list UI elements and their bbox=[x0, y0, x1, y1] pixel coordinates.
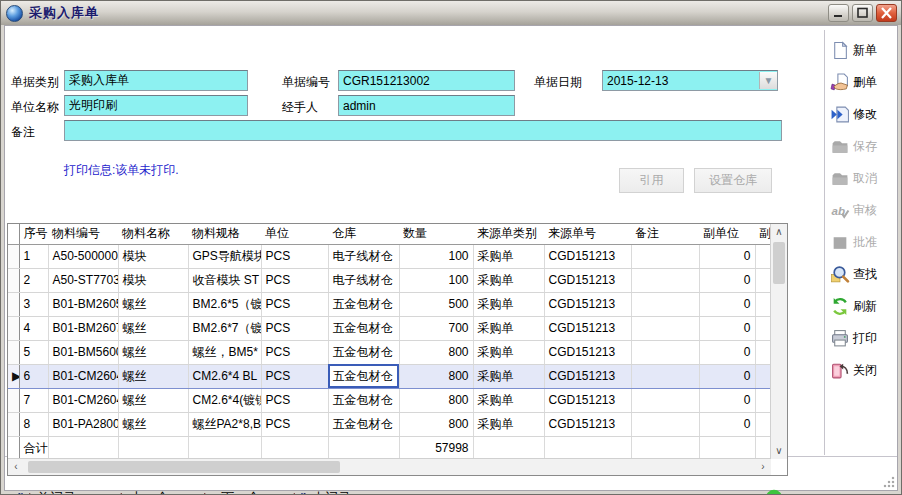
table-cell[interactable]: 螺丝 bbox=[118, 364, 188, 388]
column-header[interactable]: 单位 bbox=[261, 224, 328, 244]
table-cell[interactable]: CM2.6*4(镀镍 bbox=[188, 388, 261, 412]
table-cell[interactable]: 4 bbox=[19, 316, 48, 340]
scroll-down-icon[interactable]: ∨ bbox=[771, 443, 787, 459]
table-cell[interactable]: 螺丝，BM5* bbox=[188, 340, 261, 364]
table-cell[interactable] bbox=[755, 412, 771, 436]
table-cell[interactable]: 800 bbox=[399, 412, 473, 436]
column-header[interactable]: 备注 bbox=[631, 224, 699, 244]
table-cell[interactable]: 500 bbox=[399, 292, 473, 316]
scroll-left-icon[interactable]: ‹ bbox=[8, 459, 24, 475]
table-cell[interactable]: 100 bbox=[399, 268, 473, 292]
column-header[interactable]: 副单位 bbox=[699, 224, 755, 244]
table-row[interactable]: 1A50-500000模块GPS导航模块PCS电子线材仓100采购单CGD151… bbox=[8, 244, 771, 268]
table-cell[interactable]: 采购单 bbox=[473, 316, 544, 340]
toolbar-print-button[interactable]: 打印 bbox=[830, 326, 902, 350]
doc-date-combobox[interactable] bbox=[602, 70, 778, 91]
table-cell[interactable]: B01-CM2604 bbox=[48, 388, 118, 412]
table-cell[interactable] bbox=[755, 244, 771, 268]
table-cell[interactable]: BM2.6*5（镀 bbox=[188, 292, 261, 316]
table-cell[interactable]: 采购单 bbox=[473, 364, 544, 388]
table-cell[interactable]: 电子线材仓 bbox=[328, 244, 399, 268]
table-cell[interactable]: CGD151213 bbox=[544, 412, 631, 436]
table-row[interactable]: 5B01-BM5600螺丝螺丝，BM5*PCS五金包材仓800采购单CGD151… bbox=[8, 340, 771, 364]
table-cell[interactable] bbox=[631, 388, 699, 412]
toolbar-exit-button[interactable]: 关闭 bbox=[830, 358, 902, 382]
table-cell[interactable]: PCS bbox=[261, 268, 328, 292]
remark-field[interactable] bbox=[64, 120, 782, 141]
table-cell[interactable]: 五金包材仓 bbox=[328, 364, 399, 388]
table-cell[interactable] bbox=[631, 364, 699, 388]
table-cell[interactable]: B01-BM2607 bbox=[48, 316, 118, 340]
doc-date-dropdown-icon[interactable]: ▼ bbox=[759, 72, 777, 89]
table-cell[interactable] bbox=[631, 316, 699, 340]
next-record-button[interactable]: 下一个 bbox=[201, 487, 260, 495]
table-cell[interactable] bbox=[755, 364, 771, 388]
table-row[interactable]: 2A50-ST7703模块收音模块 STPCS电子线材仓100采购单CGD151… bbox=[8, 268, 771, 292]
title-bar[interactable]: 采购入库单 bbox=[1, 1, 901, 25]
maximize-button[interactable] bbox=[852, 4, 873, 22]
table-cell[interactable]: 1 bbox=[19, 244, 48, 268]
table-cell[interactable]: A50-ST7703 bbox=[48, 268, 118, 292]
toolbar-approve-button[interactable]: 批准 bbox=[830, 230, 902, 254]
table-cell[interactable]: CGD151213 bbox=[544, 244, 631, 268]
table-cell[interactable]: 五金包材仓 bbox=[328, 292, 399, 316]
column-header[interactable]: 数量 bbox=[399, 224, 473, 244]
table-cell[interactable]: 7 bbox=[19, 388, 48, 412]
table-cell[interactable]: 螺丝 bbox=[118, 316, 188, 340]
table-cell[interactable]: 3 bbox=[19, 292, 48, 316]
table-cell[interactable]: 螺丝 bbox=[118, 412, 188, 436]
table-cell[interactable]: 采购单 bbox=[473, 244, 544, 268]
table-cell[interactable]: 收音模块 ST bbox=[188, 268, 261, 292]
table-cell[interactable]: 模块 bbox=[118, 268, 188, 292]
column-header[interactable]: 物料编号 bbox=[48, 224, 118, 244]
table-cell[interactable]: 螺丝 bbox=[118, 340, 188, 364]
table-cell[interactable]: PCS bbox=[261, 340, 328, 364]
table-cell[interactable]: CGD151213 bbox=[544, 316, 631, 340]
column-header[interactable]: 来源单号 bbox=[544, 224, 631, 244]
table-cell[interactable] bbox=[755, 388, 771, 412]
scroll-up-icon[interactable]: ∧ bbox=[771, 224, 787, 240]
table-cell[interactable]: 采购单 bbox=[473, 268, 544, 292]
table-cell[interactable]: 五金包材仓 bbox=[328, 412, 399, 436]
column-header[interactable]: 物料规格 bbox=[188, 224, 261, 244]
table-cell[interactable] bbox=[631, 340, 699, 364]
row-selector[interactable] bbox=[8, 340, 19, 364]
row-selector[interactable] bbox=[8, 316, 19, 340]
table-cell[interactable]: 采购单 bbox=[473, 388, 544, 412]
previous-record-button[interactable]: 上一个 bbox=[110, 487, 169, 495]
table-cell[interactable]: BM2.6*7（镀 bbox=[188, 316, 261, 340]
table-cell[interactable]: 0 bbox=[699, 268, 755, 292]
toolbar-find-button[interactable]: 查找 bbox=[830, 262, 902, 286]
table-cell[interactable]: 螺丝 bbox=[118, 388, 188, 412]
table-row[interactable]: 8B01-PA2800螺丝螺丝PA2*8,BPCS五金包材仓800采购单CGD1… bbox=[8, 412, 771, 436]
table-cell[interactable]: B01-PA2800 bbox=[48, 412, 118, 436]
toolbar-modify-button[interactable]: 修改 bbox=[830, 102, 902, 126]
table-cell[interactable]: 0 bbox=[699, 316, 755, 340]
table-row[interactable]: 3B01-BM2605螺丝BM2.6*5（镀PCS五金包材仓500采购单CGD1… bbox=[8, 292, 771, 316]
handler-field[interactable] bbox=[338, 95, 515, 116]
table-cell[interactable]: CGD151213 bbox=[544, 340, 631, 364]
table-cell[interactable]: B01-CM2604 bbox=[48, 364, 118, 388]
table-cell[interactable]: 2 bbox=[19, 268, 48, 292]
table-cell[interactable]: 0 bbox=[699, 412, 755, 436]
table-cell[interactable]: 0 bbox=[699, 340, 755, 364]
doc-no-field[interactable] bbox=[338, 70, 515, 91]
table-cell[interactable]: 100 bbox=[399, 244, 473, 268]
toolbar-save-button[interactable]: 保存 bbox=[830, 134, 902, 158]
table-cell[interactable]: 五金包材仓 bbox=[328, 340, 399, 364]
table-cell[interactable] bbox=[631, 244, 699, 268]
table-cell[interactable] bbox=[755, 292, 771, 316]
table-row[interactable]: ▶6B01-CM2604螺丝CM2.6*4 BLPCS五金包材仓800采购单CG… bbox=[8, 364, 771, 388]
table-cell[interactable]: CGD151213 bbox=[544, 292, 631, 316]
table-row[interactable]: 4B01-BM2607螺丝BM2.6*7（镀PCS五金包材仓700采购单CGD1… bbox=[8, 316, 771, 340]
table-cell[interactable] bbox=[755, 340, 771, 364]
table-cell[interactable] bbox=[631, 268, 699, 292]
table-cell[interactable]: PCS bbox=[261, 292, 328, 316]
table-cell[interactable] bbox=[631, 412, 699, 436]
toolbar-audit-button[interactable]: ab 审核 bbox=[830, 198, 902, 222]
table-cell[interactable]: 电子线材仓 bbox=[328, 268, 399, 292]
table-cell[interactable]: 采购单 bbox=[473, 340, 544, 364]
table-cell[interactable]: PCS bbox=[261, 364, 328, 388]
table-cell[interactable]: CGD151213 bbox=[544, 364, 631, 388]
table-cell[interactable]: 800 bbox=[399, 388, 473, 412]
